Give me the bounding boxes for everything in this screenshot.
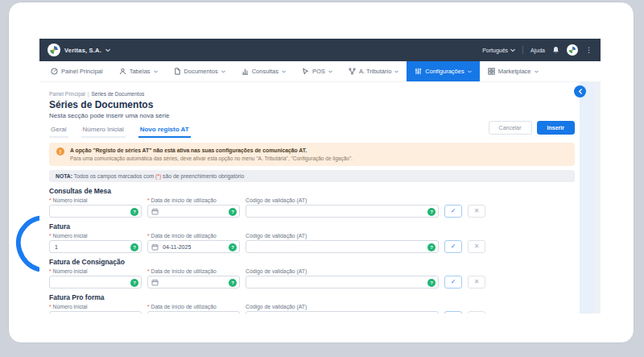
company-name: Veritas, S.A. [64,47,101,54]
numero-inicial-input[interactable]: ? [49,311,142,313]
help-badge-icon: ? [130,243,138,251]
chevron-down-icon [221,70,225,73]
form-field: * Número inicial 1 ? [49,233,142,253]
clear-series-button[interactable]: ✕ [468,311,485,313]
chevron-down-icon [328,70,332,73]
help-badge-icon: ? [427,208,436,216]
required-fields-note: NOTA: Todos os campos marcados com (*) s… [49,170,575,182]
note-text-2: são de preenchimento obrigatório [163,173,244,179]
floating-collapse-button[interactable] [574,85,586,98]
main-nav: Painel Principal Tabelas Documentos Cons… [39,61,601,82]
calendar-icon [151,208,159,215]
breadcrumb-link[interactable]: Painel Principal [49,91,85,97]
field-label: Código de validação (AT) [246,233,439,239]
help-badge-icon: ? [229,243,237,251]
help-link[interactable]: Ajuda [530,48,545,53]
nav-item-tabelas[interactable]: Tabelas [111,61,166,81]
form-field: Código de validação (AT) ? [246,233,439,253]
form-actions: Cancelar Inserir [489,121,575,135]
pos-cursor-icon [302,68,309,75]
nav-item-documentos[interactable]: Documentos [166,61,233,81]
clear-series-button[interactable]: ✕ [468,276,485,289]
nav-item-a-tributario[interactable]: A. Tributário [341,61,407,81]
help-label: Ajuda [530,48,545,53]
form-field: * Data de início de utilização ? [147,197,240,218]
nav-label: Consultas [252,68,279,75]
numero-inicial-input[interactable]: ? [49,276,142,289]
note-prefix: NOTA: [56,173,72,179]
breadcrumb: Painel Principal|Séries de Documentos [49,91,575,97]
codigo-validacao-at-input[interactable]: ? [246,240,439,253]
divider [522,46,523,54]
page-title: Séries de Documentos [49,100,575,110]
grid-icon [488,68,495,75]
data-inicio-utilizacao-input[interactable]: ? [147,205,240,218]
field-label: * Número inicial [49,197,142,203]
user-avatar[interactable] [567,44,578,56]
data-inicio-utilizacao-input[interactable]: 04-11-2025 ? [147,240,240,253]
field-label: Código de validação (AT) [246,304,439,309]
tab-numero-inicial[interactable]: Número Inicial [81,124,126,138]
scrollbar-track[interactable] [594,82,601,313]
nav-item-marketplace[interactable]: Marketplace [480,61,547,81]
section-fields: * Número inicial ? * Data de início de u… [49,304,575,313]
company-logo-icon [47,44,60,56]
document-icon [174,68,181,75]
section-fatura: Fatura * Número inicial 1 ? * Data de in… [49,222,575,253]
nav-label: POS [312,68,325,75]
clear-series-button[interactable]: ✕ [468,205,485,218]
nav-item-painel-principal[interactable]: Painel Principal [43,61,111,81]
codigo-validacao-at-input[interactable]: ? [246,276,439,289]
confirm-series-button[interactable]: ✓ [444,311,462,313]
chevron-down-icon [394,70,398,73]
chevron-down-icon [282,70,286,73]
codigo-validacao-at-input[interactable]: ? [246,205,439,218]
language-selector[interactable]: Português [482,48,515,53]
series-sections: Consultas de Mesa * Número inicial ? * D… [49,187,575,313]
page-body: Painel Principal|Séries de Documentos Sé… [39,82,601,313]
data-inicio-utilizacao-input[interactable]: ? [147,276,240,289]
calendar-icon [151,243,159,251]
section-fields: * Número inicial ? * Data de início de u… [49,268,575,289]
kebab-menu-icon[interactable]: ⋮ [585,46,592,54]
warning-line-1: A opção "Registo de séries AT" não está … [70,147,353,155]
form-field: Código de validação (AT) ? [246,304,439,313]
sliders-icon [415,68,422,75]
nav-item-pos[interactable]: POS [294,61,341,81]
company-switcher[interactable]: Veritas, S.A. [47,44,110,56]
insert-button[interactable]: Inserir [537,121,575,135]
confirm-series-button[interactable]: ✓ [444,240,462,253]
top-bar: Veritas, S.A. Português Ajuda [39,39,601,61]
tab-geral[interactable]: Geral [49,124,68,138]
codigo-validacao-at-input[interactable]: ? [246,311,439,313]
data-inicio-utilizacao-input[interactable]: ? [147,311,240,313]
dashboard-icon [51,68,58,75]
cancel-button[interactable]: Cancelar [489,121,532,135]
numero-inicial-input[interactable]: ? [49,205,142,218]
confirm-series-button[interactable]: ✓ [444,276,462,289]
field-label: * Data de início de utilização [147,268,240,274]
numero-inicial-input[interactable]: 1 ? [49,240,142,253]
nav-label: Configurações [425,68,464,75]
nav-item-configuracoes[interactable]: Configurações [407,61,479,81]
top-bar-right: Português Ajuda [482,44,592,56]
tab-novo-registo-at[interactable]: Novo registo AT [138,124,191,138]
field-label: Código de validação (AT) [246,268,439,274]
form-field: * Número inicial ? [49,304,142,313]
nav-label: Painel Principal [61,68,103,75]
at-warning-banner: ! A opção "Registo de séries AT" não est… [49,143,575,166]
chevron-down-icon [468,70,472,73]
nav-label: A. Tributário [359,68,391,75]
field-label: * Data de início de utilização [147,233,240,239]
warning-text: A opção "Registo de séries AT" não está … [70,147,353,162]
help-badge-icon: ? [130,279,138,287]
section-fields: * Número inicial ? * Data de início de u… [49,197,575,218]
clear-series-button[interactable]: ✕ [468,240,485,253]
notifications-bell-icon[interactable] [552,46,559,54]
confirm-series-button[interactable]: ✓ [444,205,462,218]
chevron-down-icon [510,48,515,52]
chart-icon [242,68,249,75]
nav-label: Documentos [184,68,218,75]
help-badge-icon: ? [427,243,436,251]
nav-item-consultas[interactable]: Consultas [233,61,294,81]
